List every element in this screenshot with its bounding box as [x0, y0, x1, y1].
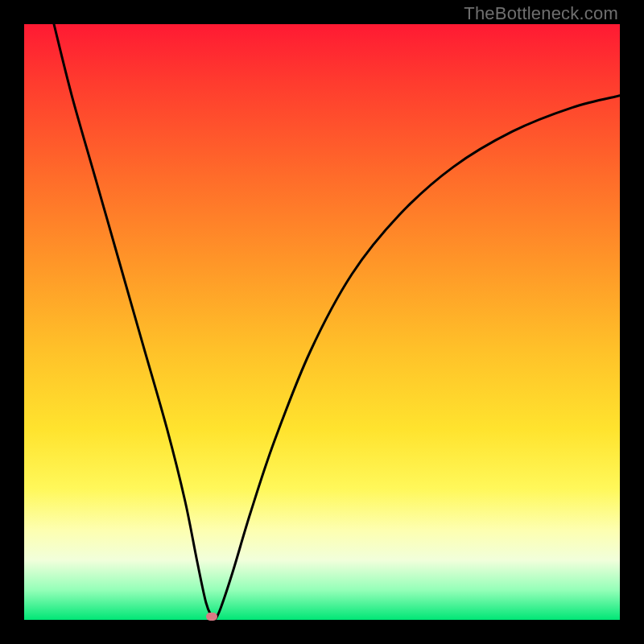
curve-svg: [24, 24, 620, 620]
watermark-text: TheBottleneck.com: [464, 3, 618, 24]
plot-area: [24, 24, 620, 620]
bottleneck-curve: [54, 24, 620, 620]
chart-frame: TheBottleneck.com: [0, 0, 644, 644]
minimum-marker: [206, 613, 217, 621]
